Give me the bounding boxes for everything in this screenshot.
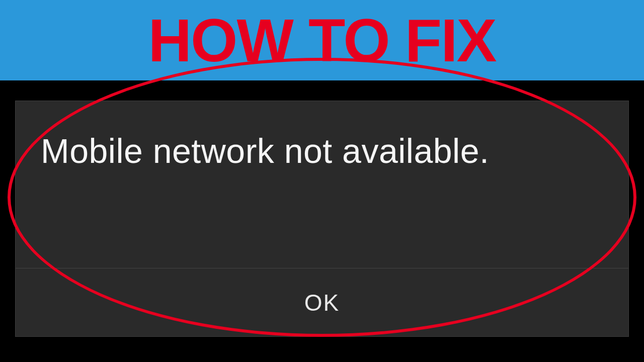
dialog-message-area: Mobile network not available. (16, 101, 628, 268)
ok-button[interactable]: OK (304, 289, 340, 316)
dialog-button-area: OK (16, 268, 628, 336)
dialog-message: Mobile network not available. (41, 131, 603, 170)
header-title: HOW TO FIX (148, 10, 496, 70)
error-dialog: Mobile network not available. OK (15, 101, 629, 337)
header-bar: HOW TO FIX (0, 0, 644, 80)
screenshot-area: Mobile network not available. OK (0, 80, 644, 362)
